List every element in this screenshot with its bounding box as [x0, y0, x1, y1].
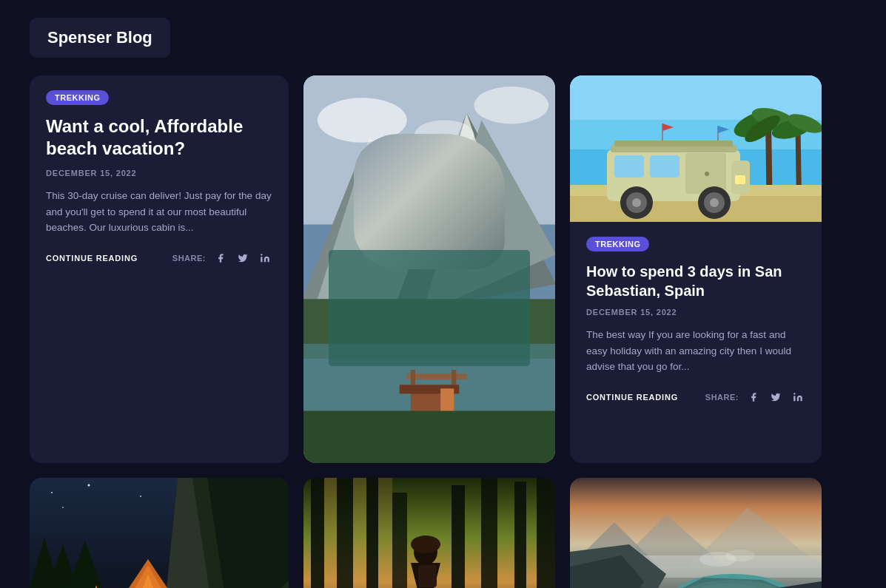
svg-point-55: [51, 492, 53, 493]
svg-rect-83: [514, 481, 526, 588]
svg-rect-13: [452, 370, 456, 385]
svg-point-0: [261, 254, 262, 255]
twitter-icon-2[interactable]: [768, 390, 783, 405]
svg-rect-85: [324, 478, 337, 588]
article-2-continue-reading[interactable]: CONTINUE READING: [586, 393, 678, 402]
article-1-excerpt: This 30-day cruise can deliver! Just pay…: [46, 188, 272, 236]
svg-point-56: [88, 484, 90, 487]
svg-point-61: [62, 507, 64, 508]
article-1-title: Want a cool, Affordable beach vacation?: [46, 115, 272, 160]
svg-point-39: [705, 172, 709, 176]
svg-rect-81: [452, 485, 465, 588]
article-2-date: DECEMBER 15, 2022: [586, 308, 805, 317]
svg-point-44: [632, 198, 641, 207]
site-logo-box: Spenser Blog: [30, 18, 170, 58]
article-card-2-content: TREKKING How to spend 3 days in San Seba…: [570, 222, 822, 419]
article-2-share-group: SHARE:: [705, 390, 805, 405]
svg-rect-16: [440, 388, 454, 414]
svg-point-52: [793, 393, 795, 394]
article-2-share-label: SHARE:: [705, 393, 739, 402]
svg-point-47: [710, 198, 719, 207]
linkedin-icon-1[interactable]: [258, 251, 272, 266]
svg-rect-91: [418, 565, 437, 587]
article-card-1-content: TREKKING Want a cool, Affordable beach v…: [30, 75, 289, 280]
svg-rect-11: [407, 374, 467, 379]
article-2-footer: CONTINUE READING SHARE:: [586, 390, 805, 405]
article-2-tag: TREKKING: [586, 237, 649, 251]
twitter-icon-1[interactable]: [235, 251, 250, 266]
article-1-continue-reading[interactable]: CONTINUE READING: [46, 254, 138, 263]
svg-point-20: [415, 120, 474, 149]
svg-rect-35: [614, 141, 733, 146]
site-title: Spenser Blog: [47, 28, 152, 47]
facebook-icon-2[interactable]: [746, 390, 761, 405]
article-1-date: DECEMBER 15, 2022: [46, 169, 272, 178]
forest-person-image: [303, 478, 555, 588]
bottom-image-card-2: [303, 478, 555, 588]
article-card-1: TREKKING Want a cool, Affordable beach v…: [30, 75, 289, 463]
svg-rect-87: [378, 478, 392, 588]
svg-rect-37: [650, 155, 679, 178]
svg-point-89: [411, 535, 440, 553]
svg-point-18: [318, 98, 407, 142]
svg-rect-82: [481, 478, 497, 588]
svg-rect-9: [303, 299, 555, 359]
svg-rect-41: [735, 175, 745, 184]
svg-rect-12: [411, 370, 415, 385]
svg-point-19: [474, 87, 548, 124]
fog-landscape-image: [570, 478, 822, 588]
article-1-share-group: SHARE:: [172, 251, 272, 266]
svg-rect-77: [311, 478, 324, 588]
article-1-footer: CONTINUE READING SHARE:: [46, 251, 272, 266]
article-2-title: How to spend 3 days in San Sebastian, Sp…: [586, 262, 805, 300]
svg-point-107: [725, 550, 755, 561]
article-1-tag: TREKKING: [46, 90, 109, 105]
site-header: Spenser Blog: [30, 18, 856, 58]
linkedin-icon-2[interactable]: [791, 390, 805, 405]
article-card-2: TREKKING How to spend 3 days in San Seba…: [570, 75, 822, 463]
svg-rect-17: [303, 410, 555, 463]
center-image-card: [303, 75, 555, 463]
svg-rect-78: [337, 478, 353, 588]
svg-rect-84: [537, 478, 555, 588]
svg-rect-36: [614, 155, 644, 178]
article-2-excerpt: The best way If you are looking for a fa…: [586, 327, 805, 375]
svg-rect-79: [366, 478, 378, 588]
svg-rect-86: [353, 478, 366, 588]
bottom-image-card-1: [30, 478, 289, 588]
mountain-lake-image: [303, 75, 555, 463]
svg-rect-80: [392, 493, 407, 588]
svg-point-57: [140, 496, 141, 497]
facebook-icon-1[interactable]: [213, 251, 228, 266]
camping-image: [30, 478, 289, 588]
article-1-share-label: SHARE:: [172, 254, 206, 263]
bottom-image-card-3: [570, 478, 822, 588]
articles-grid: TREKKING Want a cool, Affordable beach v…: [30, 75, 856, 588]
